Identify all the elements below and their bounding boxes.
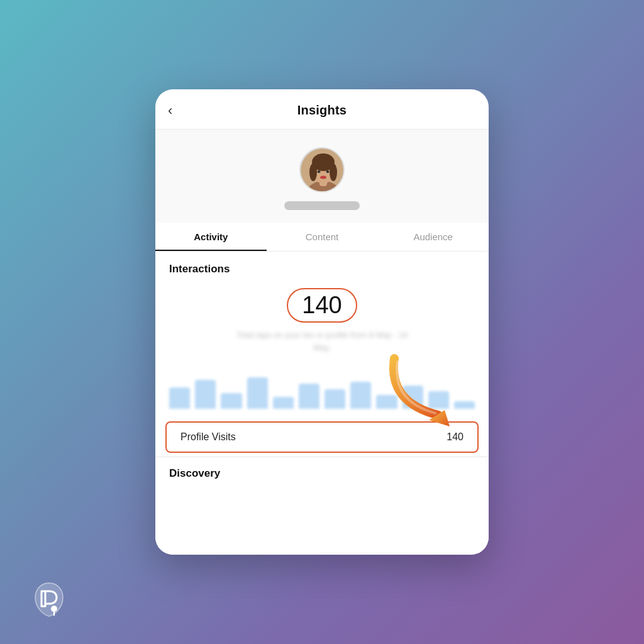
- interactions-title: Interactions: [155, 252, 489, 282]
- bar-11: [428, 391, 449, 409]
- bar-9: [376, 395, 397, 409]
- phone-card: ‹ Insights: [155, 89, 489, 555]
- bar-5: [273, 397, 294, 409]
- interactions-center: 140 Total taps on your bio or profile fr…: [155, 282, 489, 362]
- svg-point-6: [330, 164, 337, 181]
- tab-activity[interactable]: Activity: [155, 223, 267, 251]
- bar-4: [247, 377, 268, 409]
- bar-12: [454, 401, 475, 409]
- avatar: [299, 147, 345, 192]
- bar-10: [402, 386, 423, 409]
- bar-1: [169, 387, 190, 409]
- interactions-description: Total taps on your bio or profile from 8…: [234, 329, 410, 353]
- bottom-logo: [30, 580, 68, 620]
- bar-2: [195, 380, 216, 409]
- page-title: Insights: [297, 103, 347, 118]
- svg-point-8: [318, 170, 321, 173]
- svg-point-9: [326, 170, 330, 173]
- profile-visits-row: Profile Visits 140: [165, 421, 479, 453]
- profile-section: [155, 130, 489, 223]
- svg-point-7: [320, 176, 326, 179]
- tabs-bar: Activity Content Audience: [155, 223, 489, 252]
- bar-3: [221, 393, 242, 409]
- logo-icon: [30, 580, 68, 618]
- bar-7: [325, 389, 345, 409]
- discovery-section: Discovery: [155, 457, 489, 486]
- profile-visits-value: 140: [447, 431, 464, 443]
- back-button[interactable]: ‹: [168, 104, 172, 118]
- tab-audience[interactable]: Audience: [377, 223, 489, 251]
- bar-8: [350, 382, 371, 409]
- profile-visits-label: Profile Visits: [180, 431, 236, 443]
- content-area: Interactions 140 Total taps on your bio …: [155, 252, 489, 555]
- username-placeholder: [284, 201, 360, 210]
- bar-chart: [155, 362, 489, 419]
- discovery-title: Discovery: [169, 467, 475, 480]
- bar-6: [299, 384, 319, 409]
- svg-point-5: [309, 164, 317, 181]
- tab-content[interactable]: Content: [267, 223, 378, 251]
- big-number-wrapper: 140: [287, 288, 357, 323]
- header: ‹ Insights: [155, 89, 489, 130]
- interactions-count: 140: [287, 288, 357, 323]
- svg-point-11: [51, 606, 57, 612]
- profile-visits-container: Profile Visits 140: [155, 421, 489, 453]
